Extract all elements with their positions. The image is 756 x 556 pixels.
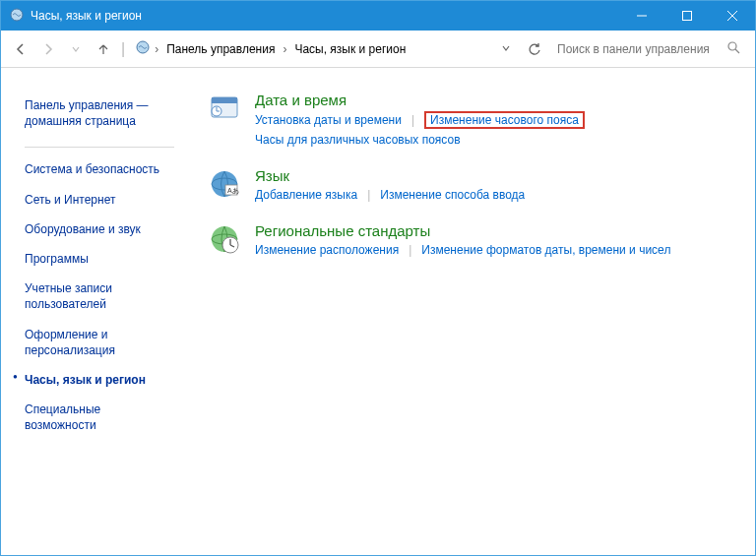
breadcrumb-item[interactable]: Часы, язык и регион: [290, 40, 410, 58]
sidebar-item[interactable]: Учетные записи пользователей: [25, 280, 174, 312]
category-link[interactable]: Изменение расположения: [255, 242, 399, 258]
chevron-right-icon: ›: [155, 42, 158, 56]
category: Региональные стандартыИзменение располож…: [208, 222, 735, 258]
main-content: Дата и времяУстановка даты и времени|Изм…: [180, 86, 745, 447]
svg-rect-9: [212, 97, 237, 103]
link-separator: |: [409, 243, 411, 257]
category-icon: [208, 92, 241, 125]
category-title[interactable]: Дата и время: [255, 92, 585, 108]
address-bar[interactable]: › Панель управления › Часы, язык и регио…: [131, 37, 519, 61]
refresh-button[interactable]: [523, 37, 546, 61]
search-input[interactable]: [557, 42, 727, 56]
back-button[interactable]: [9, 37, 32, 61]
category-link[interactable]: Изменение способа ввода: [380, 187, 525, 203]
nav-separator: |: [121, 40, 125, 58]
window-title: Часы, язык и регион: [31, 9, 142, 23]
link-separator: |: [367, 188, 370, 202]
category-icon: Aあ: [208, 167, 241, 201]
address-dropdown-icon[interactable]: [501, 42, 511, 56]
search-icon: [727, 41, 740, 57]
category-link[interactable]: Изменение форматов даты, времени и чисел: [421, 242, 670, 258]
address-icon: [135, 39, 151, 58]
close-button[interactable]: [710, 1, 755, 31]
category-link[interactable]: Часы для различных часовых поясов: [255, 132, 461, 148]
breadcrumb-item[interactable]: Панель управления: [162, 40, 279, 58]
svg-rect-2: [683, 12, 692, 21]
sidebar-divider: [25, 147, 174, 148]
category-title[interactable]: Язык: [255, 167, 525, 184]
category-link[interactable]: Изменение часового пояса: [424, 111, 585, 129]
sidebar-home-link[interactable]: Панель управления — домашняя страница: [25, 97, 174, 129]
sidebar-item[interactable]: Сеть и Интернет: [25, 192, 174, 208]
category: Дата и времяУстановка даты и времени|Изм…: [208, 92, 735, 148]
minimize-button[interactable]: [619, 1, 664, 31]
category-link-row: Часы для различных часовых поясов: [255, 132, 585, 148]
link-separator: |: [411, 113, 414, 127]
window-titlebar: Часы, язык и регион: [1, 1, 755, 31]
chevron-right-icon: ›: [283, 42, 286, 56]
sidebar: Панель управления — домашняя страница Си…: [11, 86, 180, 447]
svg-point-6: [728, 42, 736, 50]
forward-button[interactable]: [36, 37, 60, 61]
category-link-row: Добавление языка|Изменение способа ввода: [255, 187, 525, 203]
sidebar-item[interactable]: Часы, язык и регион: [25, 372, 174, 388]
sidebar-item[interactable]: Программы: [25, 251, 174, 267]
app-icon: [9, 7, 25, 26]
sidebar-item[interactable]: Оформление и персонализация: [25, 327, 174, 358]
up-button[interactable]: [92, 37, 115, 61]
category-title[interactable]: Региональные стандарты: [255, 222, 670, 239]
sidebar-item[interactable]: Специальные возможности: [25, 402, 174, 433]
sidebar-item[interactable]: Система и безопасность: [25, 161, 174, 177]
svg-text:Aあ: Aあ: [227, 187, 239, 195]
category-link-row: Установка даты и времени|Изменение часов…: [255, 111, 585, 129]
recent-dropdown[interactable]: [64, 37, 88, 61]
category-link[interactable]: Добавление языка: [255, 187, 357, 203]
svg-line-7: [735, 49, 739, 53]
category-icon: [208, 222, 241, 256]
search-box[interactable]: [550, 37, 747, 61]
category-link-row: Изменение расположения|Изменение формато…: [255, 242, 670, 258]
category-link[interactable]: Установка даты и времени: [255, 112, 402, 128]
category: AあЯзыкДобавление языка|Изменение способа…: [208, 167, 735, 203]
sidebar-item[interactable]: Оборудование и звук: [25, 221, 174, 237]
maximize-button[interactable]: [664, 1, 710, 31]
navigation-bar: | › Панель управления › Часы, язык и рег…: [1, 31, 755, 68]
